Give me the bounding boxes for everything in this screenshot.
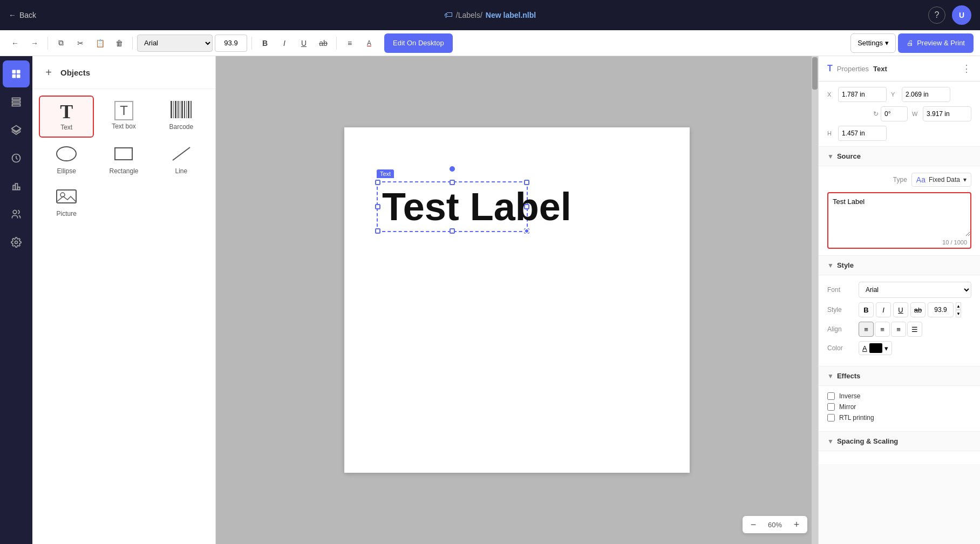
bold-button[interactable]: B [256,35,274,52]
inverse-checkbox[interactable] [827,392,835,400]
back-button[interactable]: ← Back [9,11,36,19]
angle-icon: ↻ [873,110,879,118]
align-justify-button[interactable]: ☰ [907,322,922,337]
undo-button[interactable]: ← [6,35,24,52]
rtl-checkbox[interactable] [827,414,835,421]
align-center-button[interactable]: ≡ [875,322,890,337]
panel-more-button[interactable]: ⋮ [962,63,971,74]
handle-middle-right[interactable] [524,204,529,209]
canvas-surface[interactable]: Text Test Label [344,127,690,473]
edit-desktop-button[interactable]: Edit On Desktop [384,33,453,53]
rotate-handle[interactable] [450,166,455,172]
sidebar-item-grid[interactable] [3,60,30,87]
y-position-field: Y [891,87,950,102]
italic-button[interactable]: I [276,35,293,52]
handle-top-left[interactable] [375,180,380,185]
paste-button[interactable]: 📋 [91,35,108,52]
scroll-thumb[interactable] [812,57,818,90]
angle-input[interactable] [881,106,908,121]
add-object-button[interactable]: + [41,65,56,80]
help-button[interactable]: ? [928,6,945,24]
toolbar-divider-4 [336,37,337,50]
redo-button[interactable]: → [26,35,43,52]
effects-section-header[interactable]: ▼ Effects [819,366,980,386]
toolbar-divider-2 [132,37,133,50]
object-item-line[interactable]: Line [154,140,209,180]
w-input[interactable] [923,106,971,121]
preview-print-button[interactable]: 🖨 Preview & Print [898,33,974,53]
object-item-ellipse[interactable]: Ellipse [39,140,94,180]
color-picker-button[interactable]: A ▾ [859,341,892,355]
object-item-rectangle[interactable]: Rectangle [96,140,151,180]
object-item-text[interactable]: T Text [39,96,94,138]
handle-top-right[interactable] [524,180,529,185]
style-underline-button[interactable]: U [893,302,908,317]
style-bold-button[interactable]: B [859,302,874,317]
canvas-scrollbar[interactable] [812,56,818,544]
x-input[interactable] [838,87,887,102]
handle-top-middle[interactable] [450,180,455,185]
source-section-header[interactable]: ▼ Source [819,147,980,166]
rtl-label[interactable]: RTL printing [839,414,874,421]
effects-section-label: Effects [837,372,860,380]
sidebar-item-layers[interactable] [3,117,30,144]
delete-button[interactable]: 🗑 [111,35,128,52]
x-label: X [827,91,836,98]
style-size-input[interactable] [928,302,954,317]
object-item-picture[interactable]: Picture [39,182,94,223]
action-handle[interactable] [524,228,529,234]
avatar[interactable]: U [952,5,971,25]
canvas-area[interactable]: Text Test Label − 60% [216,56,818,544]
source-type-select[interactable]: Aa Fixed Data ▾ [911,173,971,187]
settings-label: Settings [858,39,883,47]
strikethrough-button[interactable]: ab [315,35,332,52]
panel-type-label: Text [873,65,887,73]
underline-button[interactable]: U [295,35,312,52]
sidebar-item-history[interactable] [3,145,30,172]
copy-button[interactable]: ⧉ [52,35,70,52]
handle-bottom-left[interactable] [375,228,380,234]
font-family-dropdown[interactable]: Arial [859,282,971,298]
sidebar-item-settings[interactable] [3,229,30,256]
cut-button[interactable]: ✂ [72,35,89,52]
style-strikethrough-button[interactable]: ab [910,302,925,317]
align-button[interactable]: ≡ [341,35,358,52]
font-family-select[interactable]: Arial [137,35,213,52]
source-type-chevron-icon: ▾ [963,176,967,183]
zoom-in-button[interactable]: + [790,518,803,531]
handle-bottom-middle[interactable] [450,228,455,234]
object-item-textbox[interactable]: T Text box [96,96,151,138]
printer-icon: 🖨 [907,39,914,47]
svg-rect-16 [180,101,180,118]
sidebar-item-data[interactable] [3,89,30,115]
font-size-input[interactable] [215,35,247,52]
size-up-button[interactable]: ▲ [956,302,961,310]
source-textarea[interactable]: Test Label [828,193,970,236]
spacing-section-header[interactable]: ▼ Spacing & Scaling [819,432,980,451]
mirror-checkbox[interactable] [827,403,835,411]
mirror-row: Mirror [827,403,971,411]
color-button[interactable]: A [360,35,378,52]
inverse-label[interactable]: Inverse [839,392,860,400]
y-input[interactable] [902,87,950,102]
text-object-label: Text [60,124,72,131]
zoom-out-button[interactable]: − [747,518,760,531]
sidebar-item-users[interactable] [3,201,30,228]
size-down-button[interactable]: ▼ [956,310,961,317]
svg-rect-13 [173,101,174,118]
color-label: Color [827,344,854,352]
sidebar-item-chart[interactable] [3,173,30,200]
label-object[interactable]: Text Test Label [377,181,528,232]
handle-middle-left[interactable] [375,204,380,209]
settings-button[interactable]: Settings ▾ [850,33,896,53]
align-right-button[interactable]: ≡ [891,322,906,337]
h-input[interactable] [838,126,887,141]
object-item-barcode[interactable]: Barcode [154,96,209,138]
style-section-header[interactable]: ▼ Style [819,256,980,275]
data-icon [11,97,22,107]
style-italic-button[interactable]: I [876,302,891,317]
align-left-button[interactable]: ≡ [859,322,874,337]
svg-rect-1 [17,70,21,74]
mirror-label[interactable]: Mirror [839,403,856,411]
label-text-content: Test Label [378,182,527,231]
